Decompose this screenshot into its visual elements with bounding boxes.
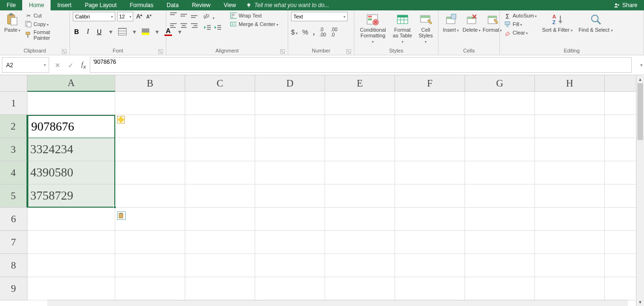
- cell-C7[interactable]: [185, 231, 255, 254]
- cut-button[interactable]: ✂Cut: [24, 12, 67, 19]
- copy-button[interactable]: Copy: [24, 20, 67, 28]
- increase-decimal-button[interactable]: .0.00: [319, 27, 326, 37]
- cell-G2[interactable]: [465, 115, 535, 138]
- decrease-indent-button[interactable]: [203, 24, 212, 33]
- scroll-up-button[interactable]: ▲: [636, 75, 644, 83]
- find-select-button[interactable]: Find & Select ▾: [576, 12, 614, 35]
- cell-H2[interactable]: [535, 115, 605, 138]
- autosum-button[interactable]: ∑AutoSum: [503, 12, 538, 19]
- cell-F3[interactable]: [395, 138, 465, 161]
- format-cells-button[interactable]: Format: [483, 12, 502, 34]
- conditional-formatting-button[interactable]: Conditional Formatting ▾: [357, 12, 388, 46]
- formula-input[interactable]: '9078676: [90, 57, 632, 73]
- cell-H9[interactable]: [535, 277, 605, 300]
- fill-button[interactable]: Fill: [503, 20, 538, 28]
- cell-H6[interactable]: [535, 208, 605, 231]
- cell-E5[interactable]: [325, 184, 395, 208]
- cancel-formula-button[interactable]: ✕: [55, 61, 60, 69]
- accounting-button[interactable]: $: [291, 28, 298, 36]
- cell-B5[interactable]: [115, 184, 185, 208]
- format-painter-button[interactable]: Format Painter: [24, 29, 67, 41]
- cell-B8[interactable]: [115, 254, 185, 277]
- cell-D9[interactable]: [255, 277, 325, 300]
- tell-me[interactable]: Tell me what you want to do...: [242, 0, 607, 10]
- cell-G6[interactable]: [465, 208, 535, 231]
- cell-H3[interactable]: [535, 138, 605, 161]
- borders-button[interactable]: [118, 28, 127, 35]
- share-button[interactable]: Share: [607, 0, 644, 10]
- col-header-G[interactable]: G: [465, 75, 535, 92]
- clipboard-launcher[interactable]: ⤡: [62, 49, 67, 54]
- cell-F4[interactable]: [395, 161, 465, 184]
- row-header-1[interactable]: 1: [0, 92, 27, 115]
- merge-center-button[interactable]: Merge & Center: [229, 20, 280, 28]
- cell-E2[interactable]: [325, 115, 395, 138]
- cell-G5[interactable]: [465, 184, 535, 208]
- cell-F1[interactable]: [395, 92, 465, 115]
- cell-D7[interactable]: [255, 231, 325, 254]
- cell-G9[interactable]: [465, 277, 535, 300]
- align-center-button[interactable]: [180, 22, 188, 31]
- cell-C9[interactable]: [185, 277, 255, 300]
- cell-D4[interactable]: [255, 161, 325, 184]
- cell-G8[interactable]: [465, 254, 535, 277]
- align-right-button[interactable]: [190, 22, 198, 31]
- fill-handle[interactable]: [113, 206, 116, 209]
- format-as-table-button[interactable]: Format as Table ▾: [390, 12, 414, 46]
- font-name-select[interactable]: Calibri▾: [73, 12, 115, 21]
- cell-A4[interactable]: 4390580: [27, 161, 115, 184]
- cell-F2[interactable]: [395, 115, 465, 138]
- cell-A5[interactable]: 3758729: [27, 184, 115, 208]
- tab-home[interactable]: Home: [22, 0, 51, 10]
- tab-view[interactable]: View: [217, 0, 243, 10]
- cell-styles-button[interactable]: Cell Styles ▾: [416, 12, 435, 46]
- cell-E4[interactable]: [325, 161, 395, 184]
- row-header-2[interactable]: 2: [0, 115, 27, 138]
- cell-B7[interactable]: [115, 231, 185, 254]
- delete-cells-button[interactable]: Delete: [462, 12, 481, 34]
- scroll-thumb[interactable]: [637, 83, 643, 140]
- increase-indent-button[interactable]: [214, 24, 222, 33]
- cell-H4[interactable]: [535, 161, 605, 184]
- cell-B3[interactable]: [115, 138, 185, 161]
- vertical-scrollbar[interactable]: ▲ ▼: [636, 75, 644, 306]
- decrease-font-button[interactable]: A▾: [145, 14, 152, 19]
- col-header-C[interactable]: C: [185, 75, 255, 92]
- percent-button[interactable]: %: [302, 28, 308, 36]
- cell-E7[interactable]: [325, 231, 395, 254]
- row-header-5[interactable]: 5: [0, 184, 27, 208]
- cell-H8[interactable]: [535, 254, 605, 277]
- cell-C6[interactable]: [185, 208, 255, 231]
- tab-file[interactable]: File: [0, 0, 22, 10]
- sort-filter-button[interactable]: AZSort & Filter ▾: [540, 12, 575, 35]
- cell-F6[interactable]: [395, 208, 465, 231]
- cell-B4[interactable]: [115, 161, 185, 184]
- align-top-button[interactable]: [169, 12, 178, 20]
- orientation-button[interactable]: ab: [203, 12, 222, 21]
- cell-D1[interactable]: [255, 92, 325, 115]
- tab-insert[interactable]: Insert: [51, 0, 78, 10]
- cell-C2[interactable]: [185, 115, 255, 138]
- cell-B6[interactable]: [115, 208, 185, 231]
- cell-H7[interactable]: [535, 231, 605, 254]
- cell-G7[interactable]: [465, 231, 535, 254]
- cell-B9[interactable]: [115, 277, 185, 300]
- cell-D6[interactable]: [255, 208, 325, 231]
- wrap-text-button[interactable]: abcWrap Text: [229, 12, 280, 19]
- italic-button[interactable]: I: [84, 28, 92, 35]
- increase-font-button[interactable]: A▴: [135, 13, 143, 20]
- comma-button[interactable]: ,: [313, 28, 315, 36]
- paste-options-button[interactable]: [117, 211, 126, 220]
- tab-formulas[interactable]: Formulas: [123, 0, 160, 10]
- cell-F5[interactable]: [395, 184, 465, 208]
- bold-button[interactable]: B: [73, 28, 80, 35]
- cell-F8[interactable]: [395, 254, 465, 277]
- cell-C4[interactable]: [185, 161, 255, 184]
- cell-D8[interactable]: [255, 254, 325, 277]
- tab-data[interactable]: Data: [160, 0, 185, 10]
- insert-cells-button[interactable]: Insert: [441, 12, 460, 34]
- cell-A7[interactable]: [27, 231, 115, 254]
- clear-button[interactable]: Clear: [503, 29, 538, 36]
- paste-button[interactable]: Paste: [3, 12, 22, 34]
- number-format-select[interactable]: Text▾: [291, 12, 348, 21]
